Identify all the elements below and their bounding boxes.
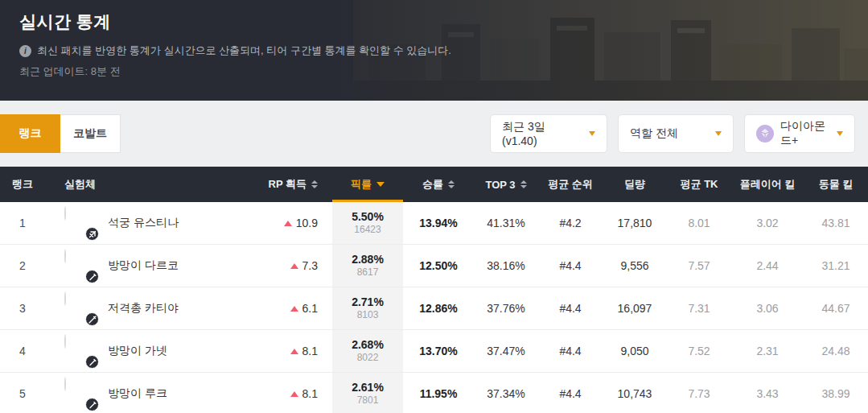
animal-kill-cell: 43.81 (804, 202, 868, 244)
sort-asc-icon (311, 180, 318, 184)
banner-info-text: 최신 패치를 반영한 통계가 실시간으로 산출되며, 티어 구간별 통계를 확인… (37, 43, 451, 58)
column-header-label: 플레이어 킬 (740, 177, 796, 192)
avatar-wrap (64, 378, 97, 410)
column-header-label: 평균 순위 (548, 177, 593, 192)
animal-kill-cell: 38.99 (804, 373, 868, 413)
sort-desc-icon (520, 185, 527, 188)
column-header-damage: 딜량 (603, 167, 667, 202)
player-kill-cell: 3.06 (731, 287, 804, 329)
sort-icon (448, 180, 455, 188)
column-header-label: 승률 (422, 177, 443, 192)
column-header-avg_tk: 평균 TK (667, 167, 731, 202)
column-header-player_kill: 플레이어 킬 (731, 167, 804, 202)
pick-rate-cell: 2.61%7801 (332, 373, 403, 413)
character-cell[interactable]: 방망이 다르코 (45, 245, 265, 287)
column-header-label: RP 획득 (269, 177, 306, 192)
chevron-down-icon (837, 131, 843, 136)
rp-up-arrow-icon (290, 391, 298, 397)
column-header-label: 딜량 (624, 177, 645, 192)
bat-badge-icon (85, 355, 99, 369)
avg-tk-cell: 7.73 (667, 373, 731, 413)
column-header-label: 픽률 (351, 177, 372, 192)
tab-cobalt[interactable]: 코발트 (60, 114, 121, 153)
column-header-animal_kill: 동물 킬 (804, 167, 868, 202)
avg-rank-cell: #4.4 (538, 330, 603, 372)
avatar-wrap (64, 207, 97, 239)
tier-dropdown-label: 다이아몬드+ (780, 119, 829, 148)
column-header-label: 실험체 (64, 177, 96, 192)
character-cell[interactable]: 방망이 가넷 (45, 330, 265, 372)
damage-cell: 9,556 (603, 245, 667, 287)
avg-rank-cell: #4.4 (538, 373, 603, 413)
top3-cell: 37.76% (474, 287, 538, 329)
avatar-wrap (64, 292, 97, 324)
role-dropdown[interactable]: 역할 전체 (618, 114, 734, 153)
column-header-win[interactable]: 승률 (403, 167, 474, 202)
rp-gain-value: 6.1 (302, 302, 318, 315)
rp-gain-cell: 8.1 (265, 373, 332, 413)
bat-badge-icon (85, 270, 99, 283)
pick-rate-cell: 2.88%8617 (332, 245, 403, 287)
damage-cell: 10,743 (603, 373, 667, 413)
character-name: 방망이 가넷 (108, 344, 167, 358)
table-row: 1석궁 유스티나10.95.50%1642313.94%41.31%#4.217… (0, 202, 868, 245)
rank-cell: 3 (0, 287, 45, 329)
sort-icon (311, 180, 318, 188)
animal-kill-cell: 24.48 (804, 330, 868, 372)
damage-cell: 9,050 (603, 330, 667, 372)
rp-gain-cell: 10.9 (265, 202, 332, 244)
avg-tk-cell: 8.01 (667, 202, 731, 244)
sort-desc-icon (376, 182, 385, 187)
period-dropdown[interactable]: 최근 3일 (v1.40) (490, 114, 607, 153)
damage-cell: 17,810 (603, 202, 667, 244)
rp-up-arrow-icon (284, 221, 292, 226)
character-name: 석궁 유스티나 (108, 216, 179, 230)
pick-rate-cell: 2.71%8103 (332, 287, 403, 329)
column-header-rank: 랭크 (0, 167, 45, 202)
pick-rate-value: 2.68% (352, 339, 384, 351)
top3-cell: 41.31% (474, 202, 538, 244)
table-row: 3저격총 카티야6.12.71%810312.86%37.76%#4.416,0… (0, 287, 868, 330)
rp-gain-cell: 6.1 (265, 287, 332, 329)
rp-gain-value: 10.9 (296, 217, 318, 229)
animal-kill-cell: 44.67 (804, 287, 868, 329)
pick-rate-cell: 5.50%16423 (332, 202, 403, 244)
pick-rate-value: 2.88% (352, 254, 384, 266)
rank-cell: 2 (0, 245, 45, 287)
role-dropdown-label: 역할 전체 (630, 126, 678, 141)
character-avatar (64, 249, 66, 263)
column-header-pick[interactable]: 픽률 (332, 167, 403, 202)
table-body: 1석궁 유스티나10.95.50%1642313.94%41.31%#4.217… (0, 202, 868, 413)
character-cell[interactable]: 저격총 카티야 (45, 287, 265, 329)
character-name: 저격총 카티야 (108, 301, 179, 316)
period-dropdown-label: 최근 3일 (v1.40) (502, 120, 581, 147)
column-header-label: 동물 킬 (819, 177, 854, 192)
sort-asc-icon (448, 180, 455, 184)
character-avatar (64, 377, 66, 391)
chevron-down-icon (589, 131, 595, 136)
character-cell[interactable]: 방망이 루크 (45, 373, 265, 413)
rp-gain-value: 8.1 (302, 345, 318, 357)
column-header-rp[interactable]: RP 획득 (265, 167, 332, 202)
character-avatar (64, 334, 66, 349)
tier-dropdown[interactable]: 다이아몬드+ (744, 114, 855, 153)
column-header-top3[interactable]: TOP 3 (474, 167, 538, 202)
pick-rate-value: 2.61% (352, 382, 384, 394)
sort-icon (520, 180, 527, 188)
pick-rate-value: 2.71% (352, 296, 384, 308)
last-updated-text: 최근 업데이트: 8분 전 (19, 64, 849, 79)
rp-up-arrow-icon (290, 349, 298, 354)
table-row: 5방망이 루크8.12.61%780111.95%37.34%#4.410,74… (0, 373, 868, 413)
rp-gain-value: 8.1 (302, 387, 318, 400)
rp-up-arrow-icon (290, 306, 298, 312)
column-header-avg_rank: 평균 순위 (538, 167, 603, 202)
character-name: 방망이 루크 (108, 386, 167, 401)
rp-gain-cell: 8.1 (265, 330, 332, 372)
character-cell[interactable]: 석궁 유스티나 (45, 202, 265, 244)
tab-rank[interactable]: 랭크 (0, 114, 60, 153)
rp-gain-value: 7.3 (302, 259, 318, 272)
sort-desc-icon (448, 185, 455, 188)
player-kill-cell: 3.02 (731, 202, 804, 244)
avg-rank-cell: #4.4 (538, 245, 603, 287)
win-rate-cell: 13.94% (403, 202, 474, 244)
